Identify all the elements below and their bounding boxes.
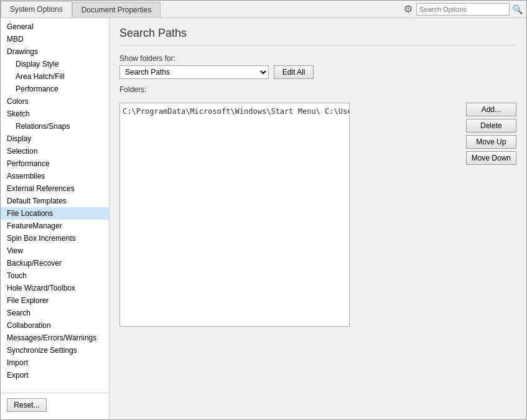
sidebar-item-synchronize-settings[interactable]: Synchronize Settings bbox=[1, 344, 109, 357]
sidebar-item-export[interactable]: Export bbox=[1, 369, 109, 381]
sidebar-item-general[interactable]: General bbox=[1, 21, 109, 33]
show-folders-label: Show folders for: bbox=[119, 54, 516, 63]
sidebar: GeneralMBDDrawingsDisplay StyleArea Hatc… bbox=[1, 18, 110, 419]
sidebar-item-mbd[interactable]: MBD bbox=[1, 33, 109, 45]
sidebar-item-feature-manager[interactable]: FeatureManager bbox=[1, 220, 109, 232]
sidebar-item-selection[interactable]: Selection bbox=[1, 145, 109, 157]
folders-buttons: Add... Delete Move Up Move Down bbox=[466, 103, 516, 411]
search-bar: ⚙ 🔍 bbox=[400, 1, 526, 17]
sidebar-item-area-hatch-fill[interactable]: Area Hatch/Fill bbox=[1, 70, 109, 83]
search-input[interactable] bbox=[416, 3, 510, 16]
add-button[interactable]: Add... bbox=[466, 103, 516, 116]
sidebar-item-view[interactable]: View bbox=[1, 245, 109, 257]
gear-icon: ⚙ bbox=[404, 3, 413, 15]
move-down-button[interactable]: Move Down bbox=[466, 151, 516, 165]
page-title: Search Paths bbox=[119, 27, 516, 45]
folders-textarea[interactable] bbox=[119, 103, 350, 327]
folders-list bbox=[119, 103, 461, 411]
sidebar-item-relations-snaps[interactable]: Relations/Snaps bbox=[1, 120, 109, 133]
sidebar-item-performance[interactable]: Performance bbox=[1, 83, 109, 95]
sidebar-item-drawings[interactable]: Drawings bbox=[1, 45, 109, 58]
reset-button[interactable]: Reset... bbox=[7, 398, 47, 412]
delete-button[interactable]: Delete bbox=[466, 119, 516, 133]
sidebar-item-display-style[interactable]: Display Style bbox=[1, 58, 109, 70]
folders-label: Folders: bbox=[119, 85, 516, 94]
show-folders-row: Show folders for: Search PathsDocument T… bbox=[119, 54, 516, 79]
move-up-button[interactable]: Move Up bbox=[466, 135, 516, 149]
main-panel: Search Paths Show folders for: Search Pa… bbox=[110, 18, 526, 419]
sidebar-footer: Reset... bbox=[1, 393, 109, 417]
sidebar-item-default-templates[interactable]: Default Templates bbox=[1, 195, 109, 207]
title-bar: System Options Document Properties ⚙ 🔍 bbox=[1, 1, 526, 18]
dropdown-row: Search PathsDocument TemplatesSheet Form… bbox=[119, 65, 516, 79]
sidebar-item-colors[interactable]: Colors bbox=[1, 95, 109, 108]
sidebar-item-external-references[interactable]: External References bbox=[1, 182, 109, 195]
folders-section: Add... Delete Move Up Move Down bbox=[119, 103, 516, 411]
sidebar-item-file-locations[interactable]: File Locations bbox=[1, 207, 109, 220]
sidebar-item-file-explorer[interactable]: File Explorer bbox=[1, 294, 109, 307]
sidebar-item-hole-wizard-toolbox[interactable]: Hole Wizard/Toolbox bbox=[1, 282, 109, 294]
tab-document-properties[interactable]: Document Properties bbox=[72, 2, 161, 17]
sidebar-item-collaboration[interactable]: Collaboration bbox=[1, 319, 109, 332]
sidebar-item-display[interactable]: Display bbox=[1, 133, 109, 145]
sidebar-items: GeneralMBDDrawingsDisplay StyleArea Hatc… bbox=[1, 21, 109, 381]
main-window: System Options Document Properties ⚙ 🔍 G… bbox=[0, 0, 527, 420]
folders-for-dropdown[interactable]: Search PathsDocument TemplatesSheet Form… bbox=[119, 65, 269, 79]
sidebar-item-messages-errors-warnings[interactable]: Messages/Errors/Warnings bbox=[1, 332, 109, 344]
sidebar-item-search[interactable]: Search bbox=[1, 307, 109, 319]
sidebar-item-sketch[interactable]: Sketch bbox=[1, 108, 109, 120]
search-button[interactable]: 🔍 bbox=[512, 4, 523, 14]
edit-all-button[interactable]: Edit All bbox=[274, 65, 314, 79]
sidebar-item-import[interactable]: Import bbox=[1, 357, 109, 369]
sidebar-item-touch[interactable]: Touch bbox=[1, 269, 109, 282]
sidebar-item-performance2[interactable]: Performance bbox=[1, 157, 109, 170]
tab-system-options[interactable]: System Options bbox=[1, 1, 72, 17]
sidebar-item-backup-recover[interactable]: Backup/Recover bbox=[1, 257, 109, 269]
sidebar-item-spin-box-increments[interactable]: Spin Box Increments bbox=[1, 232, 109, 245]
sidebar-item-assemblies[interactable]: Assemblies bbox=[1, 170, 109, 182]
content-area: GeneralMBDDrawingsDisplay StyleArea Hatc… bbox=[1, 18, 526, 419]
